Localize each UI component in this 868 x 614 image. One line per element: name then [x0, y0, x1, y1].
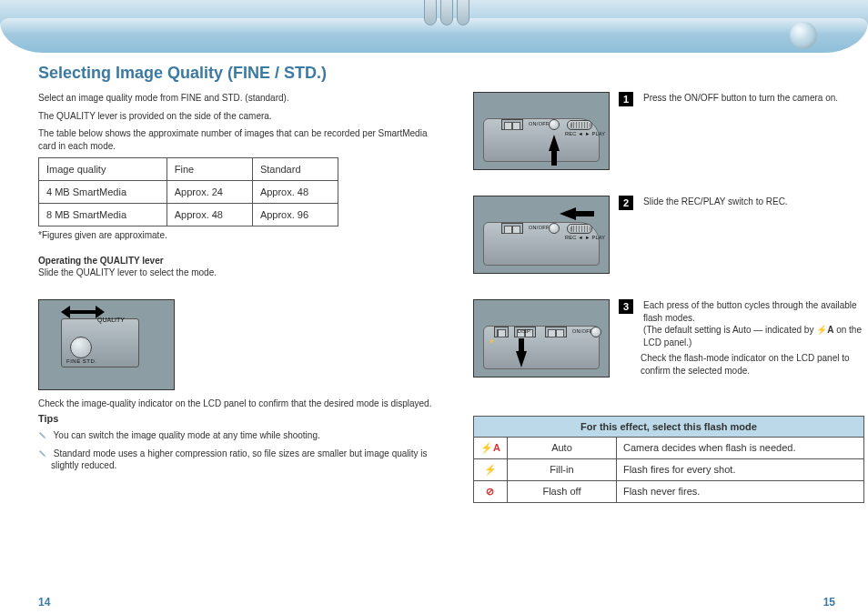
lock-pair-icon [545, 327, 567, 337]
table-cell: Approx. 48 [167, 204, 252, 226]
recplay-slider-icon [567, 120, 592, 130]
flash-mode-cell: Flash off [507, 481, 616, 503]
quality-capacity-table: Image quality Fine Standard 4 MB SmartMe… [38, 157, 338, 226]
fig-label-recplay: REC ◄ ► PLAY [565, 235, 605, 240]
arrow-left-icon [560, 207, 576, 220]
tip-text: You can switch the image quality mode at… [54, 430, 320, 440]
pencil-icon [36, 448, 49, 460]
table-cell: Approx. 48 [252, 181, 338, 204]
step2-text: Slide the REC/PLAY switch to REC. [643, 196, 862, 208]
flash-mode-cell: Auto [507, 438, 616, 459]
binding-ring [424, 0, 437, 25]
pencil-icon [36, 429, 49, 442]
tips-heading: Tips [51, 413, 439, 424]
flash-mode-cell: Fill-in [507, 459, 616, 481]
flash-mode-table: For this effect, select this flash mode … [473, 416, 864, 503]
tips-block: Tips You can switch the image quality mo… [38, 413, 439, 472]
step3-text: Each press of the button cycles through … [643, 299, 862, 348]
quality-op-step2: Check the image-quality indicator on the… [38, 398, 439, 410]
flash-desc-cell: Flash never fires. [616, 481, 863, 503]
step-number-badge: 1 [619, 92, 633, 106]
fig-label-recplay: REC ◄ ► PLAY [565, 131, 605, 136]
tip-text: Standard mode uses a higher compression … [51, 448, 428, 471]
quality-lead-2: The QUALITY lever is provided on the sid… [38, 110, 439, 123]
step-1: ON/OFF REC ◄ ► PLAY 1 Press the ON/OFF b… [473, 92, 864, 179]
fig-label-disp: DISP. [518, 328, 531, 334]
tip-item: Standard mode uses a higher compression … [51, 448, 439, 472]
flash-desc-cell: Flash fires for every shot. [616, 459, 863, 481]
lock-pair-icon [501, 223, 523, 234]
page-number-left: 14 [38, 596, 50, 609]
onoff-button-icon [549, 119, 560, 130]
table-cell: Approx. 96 [252, 204, 338, 226]
onoff-button-icon [549, 223, 560, 234]
step3-note: Check the flash-mode indicator on the LC… [641, 352, 864, 377]
quality-op-step1: Slide the QUALITY lever to select the mo… [38, 267, 439, 279]
binding-hole [790, 22, 817, 49]
lock-pair-icon [501, 119, 523, 130]
step3-figure: ⚡ DISP. ON/OFF [473, 299, 610, 377]
binding-ring [457, 0, 469, 25]
table-cell: 8 MB SmartMedia [39, 204, 167, 226]
quality-op-title: Operating the QUALITY lever [38, 255, 439, 267]
step1-figure: ON/OFF REC ◄ ► PLAY [473, 92, 610, 170]
tip-item: You can switch the image quality mode at… [51, 429, 439, 442]
quality-table-note: The table below shows the approximate nu… [38, 127, 439, 152]
binding-banner [0, 0, 868, 53]
quality-lead-1: Select an image quality mode from FINE a… [38, 92, 439, 105]
step-number-badge: 2 [619, 196, 633, 210]
table-cell: Image quality [39, 158, 167, 181]
left-column: Selecting Image Quality (FINE / STD.) Se… [38, 64, 439, 478]
quality-table-footnote: *Figures given are approximate. [38, 229, 439, 242]
flash-desc-cell: Camera decides when flash is needed. [616, 438, 863, 459]
flash-icon-cell: ⚡A [474, 438, 508, 459]
onoff-button-icon [590, 327, 601, 337]
double-arrow-icon [63, 306, 103, 318]
section-heading-quality: Selecting Image Quality (FINE / STD.) [38, 64, 439, 83]
step-number-badge: 3 [619, 299, 633, 314]
table-cell: 4 MB SmartMedia [39, 181, 167, 204]
step2-figure: ON/OFF REC ◄ ► PLAY [473, 196, 610, 274]
step-3: ⚡ DISP. ON/OFF 3 Each press of the butto… [473, 299, 864, 399]
fig-label-onoff: ON/OFF [529, 225, 550, 230]
flash-auto-icon: ⚡A [816, 325, 833, 335]
right-column: . ON/OFF REC ◄ ► PLAY 1 Press the ON/OFF… [473, 64, 868, 503]
recplay-slider-icon [567, 224, 592, 234]
flash-table-head: For this effect, select this flash mode [474, 417, 864, 438]
table-cell: Fine [167, 158, 252, 181]
step1-text: Press the ON/OFF button to turn the came… [643, 92, 862, 105]
binding-ring [440, 0, 453, 25]
flash-icon-cell: ⊘ [474, 481, 508, 503]
flash-icon-cell: ⚡ [474, 459, 508, 481]
step-2: ON/OFF REC ◄ ► PLAY 2 Slide the REC/PLAY… [473, 196, 864, 283]
quality-fine-std-label: FINE STD. [66, 358, 97, 364]
flash-button-icon [494, 327, 509, 337]
quality-lever-figure: QUALITY FINE STD. [38, 299, 175, 390]
quality-dial-icon [70, 337, 92, 358]
page-number-right: 15 [823, 596, 835, 609]
arrow-down-icon [516, 351, 527, 367]
table-cell: Standard [252, 158, 338, 181]
arrow-up-icon [549, 135, 560, 151]
table-cell: Approx. 24 [167, 181, 252, 204]
fig-label-onoff: ON/OFF [529, 121, 550, 126]
